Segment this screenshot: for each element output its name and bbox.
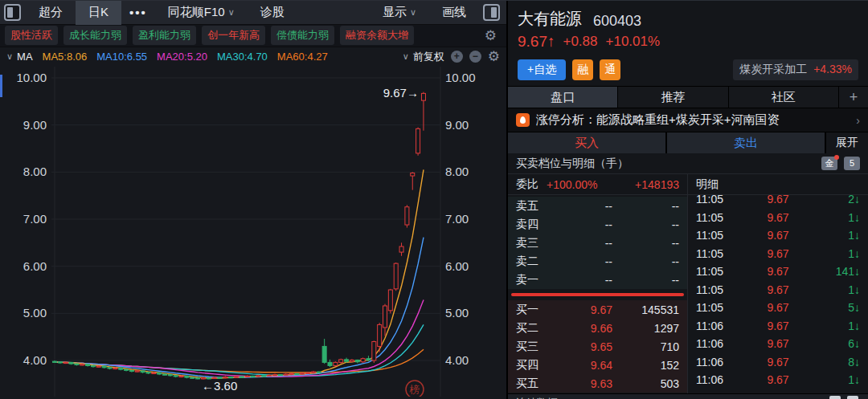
toolbar-item-5[interactable]: 诊股 xyxy=(248,1,297,25)
detail-column-label: 明细 xyxy=(696,177,719,192)
add-watchlist-button[interactable]: +自选 xyxy=(518,59,566,80)
gold-badge-icon[interactable]: 金 xyxy=(821,157,837,170)
tick-volume: 1↓ xyxy=(815,211,860,224)
sell-level-row[interactable]: 卖三---- xyxy=(508,234,687,252)
adjust-mode-dropdown[interactable]: ∨前复权 xyxy=(403,50,444,64)
weibi-label: 委比 xyxy=(516,177,538,192)
stock-tag[interactable]: 偿债能力弱 xyxy=(271,26,334,45)
sell-level-row[interactable]: 卖四---- xyxy=(508,215,687,234)
level-price: 9.63 xyxy=(551,377,612,390)
tick-row: 11:059.671↓ xyxy=(688,245,868,263)
sell-button[interactable]: 卖出 xyxy=(667,132,825,153)
toolbar-item-6[interactable]: 显示∨ xyxy=(370,1,429,25)
stock-tag[interactable]: 成长能力弱 xyxy=(63,26,127,45)
level-volume: -- xyxy=(612,237,679,250)
limit-up-analysis-icon xyxy=(516,113,530,127)
tick-price: 9.67 xyxy=(741,356,815,368)
ma-group-toggle[interactable]: ∨MA xyxy=(6,51,33,63)
stock-tag[interactable]: 融资余额大增 xyxy=(340,26,414,45)
ma5-line xyxy=(55,169,424,378)
chart-settings-gear-icon[interactable]: ⚙ xyxy=(488,48,500,65)
tab-盘口[interactable]: 盘口 xyxy=(508,87,618,108)
tick-detail-column[interactable]: 11:059.672↓11:059.671↓11:059.671↓11:059.… xyxy=(687,195,868,393)
y-axis-label-right: 9.00 xyxy=(445,118,469,132)
tab-推荐[interactable]: 推荐 xyxy=(618,87,728,108)
price-levels-column[interactable]: 卖五----卖四----卖三----卖二----卖一----买一9.671455… xyxy=(508,195,687,393)
tick-time: 11:05 xyxy=(696,247,741,260)
ma-indicator-bar: ∨MA MA5:8.06MA10:6.55MA20:5.20MA30:4.70M… xyxy=(0,47,506,67)
tick-time: 11:05 xyxy=(696,211,741,224)
collapse-right-panel-icon[interactable] xyxy=(483,4,500,21)
level-volume: -- xyxy=(612,200,679,213)
candle-body xyxy=(158,373,162,374)
toolbar-item-7[interactable]: 画线 xyxy=(429,1,479,25)
candle-body xyxy=(58,362,62,363)
buy-button[interactable]: 买入 xyxy=(508,132,665,153)
buy-level-row[interactable]: 买三9.65710 xyxy=(508,337,687,356)
tick-row: 11:069.676↓ xyxy=(688,335,868,353)
tab-社区[interactable]: 社区 xyxy=(729,87,839,108)
tags-settings-gear-icon[interactable]: ⚙ xyxy=(485,27,497,44)
candle-body xyxy=(80,364,84,365)
toolbar-item-4[interactable]: 同花顺F10∨ xyxy=(155,1,248,25)
level-count-badge[interactable]: 5 xyxy=(844,157,860,170)
candle-body xyxy=(284,374,288,375)
zoom-in-icon[interactable]: + xyxy=(451,51,463,63)
candle-body xyxy=(311,372,315,373)
sell-level-row[interactable]: 卖一---- xyxy=(508,271,687,289)
tick-price: 9.67 xyxy=(741,373,815,386)
tick-row: 11:059.67141↓ xyxy=(688,263,868,281)
tick-price: 9.67 xyxy=(741,283,815,296)
candle-body xyxy=(394,263,398,289)
level-volume: -- xyxy=(612,274,679,287)
chevron-down-icon: ∨ xyxy=(228,7,235,18)
candle-body xyxy=(378,324,382,346)
level-price: -- xyxy=(551,237,612,250)
candle-body xyxy=(361,359,365,362)
orderbook-title: 买卖档位与明细（手） xyxy=(516,157,628,171)
clipped-icon xyxy=(847,396,858,399)
kline-chart[interactable]: 4.004.005.005.006.006.007.007.008.008.00… xyxy=(0,67,506,397)
candle-body xyxy=(416,128,420,153)
ma-legend-value: MA60:4.27 xyxy=(277,51,328,63)
tick-row: 11:059.672↓ xyxy=(688,195,868,209)
toolbar-item-label: 同花顺F10 xyxy=(168,5,225,20)
y-axis-label-right: 5.00 xyxy=(445,306,469,320)
margin-badge[interactable]: 融 xyxy=(572,59,593,80)
candle-body xyxy=(174,376,178,377)
buy-level-row[interactable]: 买一9.67145531 xyxy=(508,300,687,319)
candle-body xyxy=(119,368,123,369)
stock-tag[interactable]: 创一年新高 xyxy=(202,26,265,45)
zoom-out-icon[interactable]: − xyxy=(469,51,481,63)
price-change: +0.88 xyxy=(563,34,597,50)
buy-level-row[interactable]: 买四9.64152 xyxy=(508,356,687,374)
toolbar-item-1[interactable]: 超分 xyxy=(26,1,76,25)
sector-link[interactable]: 煤炭开采加工 +4.33% xyxy=(733,59,858,80)
level-price: 9.67 xyxy=(551,303,612,316)
y-axis-label-right: 4.00 xyxy=(445,353,469,367)
sell-level-row[interactable]: 卖二---- xyxy=(508,252,687,271)
candle-body xyxy=(63,362,68,363)
collapse-left-panel-icon[interactable] xyxy=(4,4,21,21)
buy-level-row[interactable]: 买二9.661297 xyxy=(508,319,687,337)
expand-button[interactable]: 展开 xyxy=(826,132,868,153)
candlestick-chart-canvas[interactable]: 4.004.005.005.006.006.007.007.008.008.00… xyxy=(0,67,506,399)
add-tab-button[interactable]: + xyxy=(839,87,868,108)
level-label: 买三 xyxy=(516,340,551,354)
stock-tag[interactable]: 股性活跃 xyxy=(5,26,58,45)
toolbar-item-3[interactable]: ••• xyxy=(121,1,155,25)
price-change-pct: +10.01% xyxy=(606,34,661,50)
candle-body xyxy=(102,366,106,368)
limit-up-analysis-row[interactable]: 涨停分析：能源战略重组+煤炭开采+河南国资 › xyxy=(508,108,868,132)
candle-body xyxy=(339,360,343,363)
action-row: +自选 融 通 煤炭开采加工 +4.33% xyxy=(508,54,868,86)
toolbar-item-2[interactable]: 日K xyxy=(76,1,121,25)
connect-badge[interactable]: 通 xyxy=(600,59,620,80)
sell-level-row[interactable]: 卖五---- xyxy=(508,197,687,215)
stock-tag[interactable]: 盈利能力弱 xyxy=(133,26,196,45)
level-price: 9.65 xyxy=(551,340,612,353)
candle-body xyxy=(295,373,299,374)
orderbook-header: 买卖档位与明细（手） 金 5 xyxy=(508,153,868,174)
candle-body xyxy=(273,375,277,376)
buy-level-row[interactable]: 买五9.63503 xyxy=(508,374,687,393)
